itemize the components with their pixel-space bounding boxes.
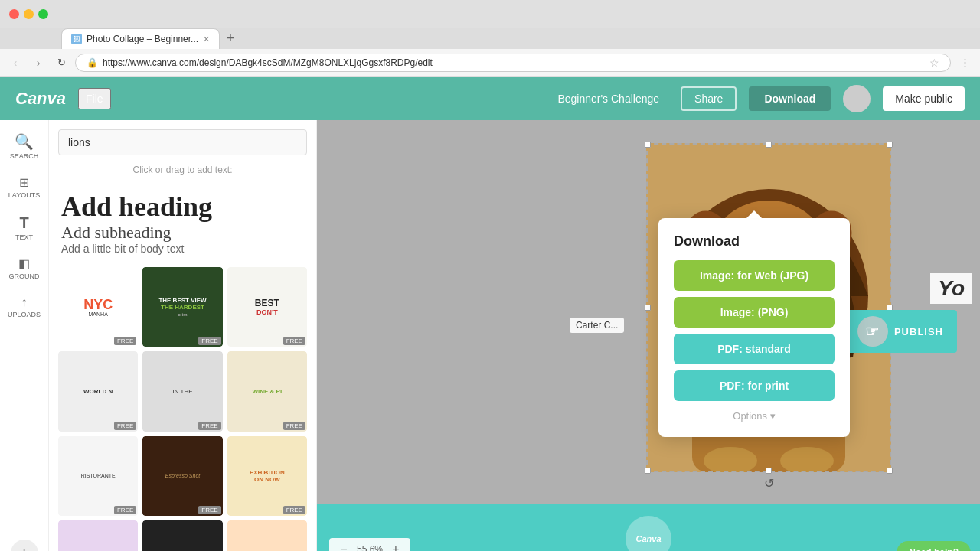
browser-tab[interactable]: 🖼 Photo Collage – Beginner... ✕	[61, 28, 220, 49]
file-menu-button[interactable]: File	[78, 88, 111, 109]
minimize-window-button[interactable]	[24, 9, 34, 19]
canvas-area[interactable]: ↺ Carter C... Yo ☞ PUBLISH Canva − 55.6%…	[317, 120, 980, 551]
sidebar-item-background[interactable]: ◧ GROUND	[2, 250, 47, 286]
text-samples: Add heading Add subheading Add a little …	[49, 184, 316, 261]
template-item-inthe[interactable]: IN THE FREE	[142, 351, 222, 431]
download-jpg-button[interactable]: Image: for Web (JPG)	[674, 260, 835, 291]
zoom-level-display: 55.6%	[357, 544, 383, 551]
background-icon: ◧	[18, 256, 30, 271]
main-layout: 🔍 SEARCH ⊞ LAYOUTS T TEXT ◧ GROUND ↑ UPL…	[0, 120, 980, 551]
canva-logo: Canva	[15, 89, 66, 109]
tab-close-button[interactable]: ✕	[203, 34, 210, 44]
tab-title: Photo Collage – Beginner...	[87, 34, 198, 44]
url-bar[interactable]: 🔒 https://www.canva.com/design/DABgk4scS…	[75, 54, 951, 72]
template-grid: NYC MANHA FREE THE BEST VIEWTHE HARDESTc…	[49, 261, 316, 551]
layouts-icon: ⊞	[19, 175, 29, 190]
template-item-ristorante[interactable]: RISTORANTE FREE	[58, 436, 138, 516]
zoom-in-button[interactable]: +	[387, 541, 404, 551]
template-item-oned[interactable]: ONE D FREE	[142, 520, 222, 551]
sidebar: 🔍 SEARCH ⊞ LAYOUTS T TEXT ◧ GROUND ↑ UPL…	[0, 120, 49, 551]
sidebar-label-uploads: UPLOADS	[8, 311, 41, 318]
rotate-handle[interactable]: ↺	[761, 475, 776, 491]
new-tab-button[interactable]: +	[220, 28, 241, 49]
download-png-button[interactable]: Image: (PNG)	[674, 297, 835, 328]
zoom-out-button[interactable]: −	[335, 541, 352, 551]
canvas-text-overlay[interactable]: Yo	[930, 273, 972, 304]
subheading-sample[interactable]: Add subheading	[61, 223, 304, 243]
body-text-sample[interactable]: Add a little bit of body text	[61, 243, 304, 255]
bottom-teal-panel: Canva	[317, 504, 980, 551]
template-item-bestview[interactable]: THE BEST VIEWTHE HARDESTclim FREE	[142, 267, 222, 347]
free-badge: FREE	[198, 506, 220, 514]
free-badge: FREE	[198, 422, 220, 430]
maximize-window-button[interactable]	[38, 9, 48, 19]
address-bar: ‹ › ↻ 🔒 https://www.canva.com/design/DAB…	[0, 49, 980, 77]
traffic-lights	[9, 9, 48, 19]
template-item-mexico[interactable]: MEXICO FREE	[227, 520, 307, 551]
free-badge: FREE	[283, 422, 305, 430]
need-help-button[interactable]: Need help?	[897, 541, 971, 551]
dropdown-title: Download	[674, 233, 835, 249]
template-item-exhibition[interactable]: EXHIBITIONON NOW FREE	[227, 436, 307, 516]
carter-label: Carter C...	[570, 318, 624, 333]
download-button[interactable]: Download	[749, 86, 831, 111]
back-button[interactable]: ‹	[6, 54, 24, 72]
bookmark-icon[interactable]: ☆	[929, 57, 939, 69]
download-pdf-standard-button[interactable]: PDF: standard	[674, 334, 835, 364]
challenge-button[interactable]: Beginner's Challenge	[548, 88, 668, 109]
app-header: Canva File Beginner's Challenge Share Do…	[0, 77, 980, 120]
free-badge: FREE	[283, 506, 305, 514]
search-icon: 🔍	[15, 132, 34, 151]
title-bar	[0, 0, 980, 28]
free-badge: FREE	[114, 506, 136, 514]
template-item-fairy[interactable]: FAIRYSTORY FREE	[58, 520, 138, 551]
sidebar-label-layouts: LAYOUTS	[8, 191, 40, 199]
sidebar-item-layouts[interactable]: ⊞ LAYOUTS	[2, 169, 47, 205]
download-dropdown: Download Image: for Web (JPG) Image: (PN…	[658, 218, 850, 437]
refresh-button[interactable]: ↻	[52, 54, 70, 72]
sidebar-item-search[interactable]: 🔍 SEARCH	[2, 126, 47, 166]
canva-watermark: Canva	[626, 516, 671, 551]
free-badge: FREE	[114, 422, 136, 430]
zoom-controls: − 55.6% +	[329, 538, 410, 551]
sidebar-item-uploads[interactable]: ↑ UPLOADS	[2, 289, 47, 324]
add-element-button[interactable]: +	[11, 540, 38, 551]
free-badge: FREE	[283, 337, 305, 345]
url-text: https://www.canva.com/design/DABgk4scSdM…	[103, 57, 925, 68]
template-item-best[interactable]: BEST DON'T FREE	[227, 267, 307, 347]
template-item-nyc[interactable]: NYC MANHA FREE	[58, 267, 138, 347]
tab-favicon: 🖼	[71, 34, 82, 44]
close-window-button[interactable]	[9, 9, 19, 19]
sidebar-label-text: TEXT	[15, 233, 33, 241]
download-options[interactable]: Options ▾	[674, 410, 835, 422]
download-pdf-print-button[interactable]: PDF: for print	[674, 370, 835, 401]
left-panel: lions Click or drag to add text: Add hea…	[49, 120, 317, 551]
template-item-wine[interactable]: WINE & PI FREE	[227, 351, 307, 431]
publish-overlay: ☞ PUBLISH	[844, 310, 957, 353]
template-item-espresso[interactable]: Espresso Shot FREE	[142, 436, 222, 516]
text-icon: T	[19, 214, 28, 232]
share-button[interactable]: Share	[681, 86, 737, 111]
extension-btn[interactable]: ⋮	[956, 54, 974, 72]
free-badge: FREE	[198, 337, 220, 345]
sidebar-item-text[interactable]: T TEXT	[2, 208, 47, 247]
template-item-world[interactable]: WORLD N FREE	[58, 351, 138, 431]
heading-sample[interactable]: Add heading	[61, 191, 304, 223]
publish-label[interactable]: PUBLISH	[894, 326, 943, 337]
uploads-icon: ↑	[21, 295, 28, 309]
avatar[interactable]	[843, 85, 871, 112]
make-public-button[interactable]: Make public	[883, 86, 965, 111]
sidebar-label-search: SEARCH	[10, 152, 39, 160]
search-input[interactable]: lions	[58, 129, 307, 155]
free-badge: FREE	[114, 337, 136, 345]
extensions-area: ⋮	[956, 54, 974, 72]
add-text-hint: Click or drag to add text:	[49, 165, 316, 175]
sidebar-label-background: GROUND	[9, 272, 40, 280]
forward-button[interactable]: ›	[29, 54, 47, 72]
cursor-icon: ☞	[858, 316, 888, 347]
